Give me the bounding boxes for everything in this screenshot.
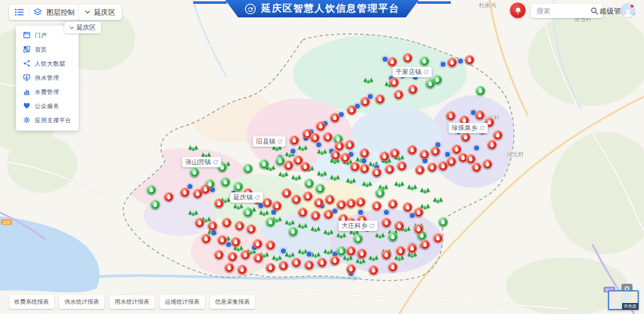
marker-station-alarm-icon[interactable] [254, 254, 263, 263]
marker-station-alarm-icon[interactable] [414, 225, 424, 234]
marker-station-alarm-icon[interactable] [214, 250, 224, 260]
marker-station-alarm-icon[interactable] [431, 147, 440, 156]
marker-station-alarm-icon[interactable] [292, 258, 301, 268]
sidebar-item-home[interactable]: 首页 [23, 46, 71, 54]
marker-info-dot[interactable] [357, 209, 364, 216]
marker-station-alarm-icon[interactable] [279, 261, 289, 271]
marker-station-alarm-icon[interactable] [447, 157, 457, 167]
marker-village-cluster-icon[interactable] [406, 183, 419, 192]
marker-village-cluster-icon[interactable] [309, 225, 322, 234]
marker-station-alarm-icon[interactable] [292, 195, 301, 205]
marker-station-alarm-icon[interactable] [396, 246, 406, 256]
marker-station-alarm-icon[interactable] [448, 58, 457, 68]
marker-village-cluster-icon[interactable] [361, 180, 374, 189]
marker-station-alarm-icon[interactable] [272, 201, 282, 211]
marker-info-dot[interactable] [473, 145, 480, 151]
marker-station-normal-icon[interactable] [388, 232, 398, 242]
marker-station-normal-icon[interactable] [243, 208, 253, 217]
town-label[interactable]: 千家店镇 [393, 67, 432, 77]
marker-station-alarm-icon[interactable] [324, 210, 334, 219]
marker-station-alarm-icon[interactable] [361, 97, 370, 107]
marker-station-alarm-icon[interactable] [235, 221, 245, 231]
marker-station-alarm-icon[interactable] [316, 122, 326, 131]
sidebar-item-supply[interactable]: 供水管理 [23, 74, 71, 82]
marker-station-alarm-icon[interactable] [346, 264, 356, 274]
marker-station-alarm-icon[interactable] [385, 165, 395, 174]
marker-station-alarm-icon[interactable] [335, 142, 345, 151]
marker-station-normal-icon[interactable] [433, 75, 442, 85]
marker-station-alarm-icon[interactable] [303, 192, 313, 201]
marker-station-alarm-icon[interactable] [395, 221, 404, 231]
marker-village-cluster-icon[interactable] [322, 228, 335, 237]
marker-village-cluster-icon[interactable] [258, 208, 270, 217]
marker-village-cluster-icon[interactable] [187, 208, 200, 217]
marker-station-normal-icon[interactable] [375, 189, 385, 198]
marker-village-cluster-icon[interactable] [345, 176, 357, 185]
marker-station-alarm-icon[interactable] [403, 203, 413, 212]
marker-info-dot[interactable] [361, 158, 367, 164]
sidebar-item-public[interactable]: 公众服务 [23, 102, 71, 111]
marker-station-alarm-icon[interactable] [310, 133, 320, 143]
marker-station-alarm-icon[interactable] [493, 131, 503, 140]
marker-info-dot[interactable] [306, 251, 312, 257]
avatar[interactable] [621, 3, 635, 17]
marker-station-alarm-icon[interactable] [298, 208, 308, 217]
marker-station-alarm-icon[interactable] [408, 85, 418, 95]
marker-station-alarm-icon[interactable] [446, 111, 456, 121]
marker-station-alarm-icon[interactable] [311, 211, 321, 221]
marker-station-alarm-icon[interactable] [403, 53, 413, 63]
marker-info-dot[interactable] [290, 148, 296, 154]
marker-station-alarm-icon[interactable] [222, 218, 232, 228]
marker-station-normal-icon[interactable] [354, 234, 363, 244]
marker-station-alarm-icon[interactable] [314, 198, 324, 208]
marker-station-normal-icon[interactable] [243, 164, 253, 174]
marker-station-alarm-icon[interactable] [360, 149, 370, 158]
marker-station-alarm-icon[interactable] [323, 133, 333, 142]
marker-village-cluster-icon[interactable] [296, 221, 309, 230]
town-label[interactable]: 大庄科乡 [339, 221, 378, 231]
marker-station-alarm-icon[interactable] [397, 162, 407, 171]
report-button-1[interactable]: 收费系统报表 [9, 295, 54, 309]
marker-station-alarm-icon[interactable] [439, 162, 448, 171]
marker-station-alarm-icon[interactable] [164, 192, 174, 202]
marker-station-alarm-icon[interactable] [305, 261, 314, 270]
marker-station-alarm-icon[interactable] [284, 161, 294, 171]
marker-station-normal-icon[interactable] [289, 227, 298, 237]
marker-station-alarm-icon[interactable] [331, 151, 341, 160]
marker-village-cluster-icon[interactable] [290, 173, 303, 182]
marker-village-cluster-icon[interactable] [374, 231, 386, 240]
marker-village-cluster-icon[interactable] [431, 196, 444, 205]
marker-station-normal-icon[interactable] [234, 182, 243, 192]
marker-station-alarm-icon[interactable] [263, 198, 272, 208]
town-label[interactable]: 延庆镇 [231, 192, 263, 203]
marker-station-normal-icon[interactable] [305, 179, 314, 189]
marker-station-normal-icon[interactable] [439, 217, 448, 227]
marker-station-alarm-icon[interactable] [461, 133, 471, 142]
marker-station-alarm-icon[interactable] [475, 111, 485, 120]
district-dropdown-option[interactable]: 延庆区 [64, 22, 101, 33]
map-type-selector[interactable]: 填色图 [608, 290, 639, 310]
marker-station-alarm-icon[interactable] [247, 225, 256, 234]
marker-station-alarm-icon[interactable] [372, 168, 382, 178]
layer-control-button[interactable]: 图层控制 [46, 8, 75, 17]
marker-station-alarm-icon[interactable] [465, 55, 475, 65]
marker-station-alarm-icon[interactable] [195, 218, 205, 228]
marker-info-dot[interactable] [383, 209, 390, 216]
sidebar-item-fee[interactable]: 水费管理 [23, 88, 71, 97]
marker-station-normal-icon[interactable] [337, 246, 346, 256]
marker-station-alarm-icon[interactable] [408, 244, 417, 254]
marker-station-alarm-icon[interactable] [380, 152, 390, 162]
marker-station-alarm-icon[interactable] [433, 234, 443, 243]
marker-station-alarm-icon[interactable] [414, 208, 424, 217]
marker-station-alarm-icon[interactable] [408, 145, 417, 155]
marker-station-alarm-icon[interactable] [388, 199, 398, 209]
marker-station-alarm-icon[interactable] [421, 240, 430, 250]
marker-station-alarm-icon[interactable] [253, 239, 263, 249]
sidebar-item-bigdata[interactable]: 人饮大数据 [23, 60, 71, 68]
marker-station-alarm-icon[interactable] [346, 246, 356, 256]
marker-station-alarm-icon[interactable] [382, 250, 392, 260]
marker-station-alarm-icon[interactable] [225, 263, 234, 273]
marker-info-dot[interactable] [211, 230, 217, 236]
marker-station-alarm-icon[interactable] [330, 113, 340, 123]
marker-info-dot[interactable] [280, 248, 287, 254]
